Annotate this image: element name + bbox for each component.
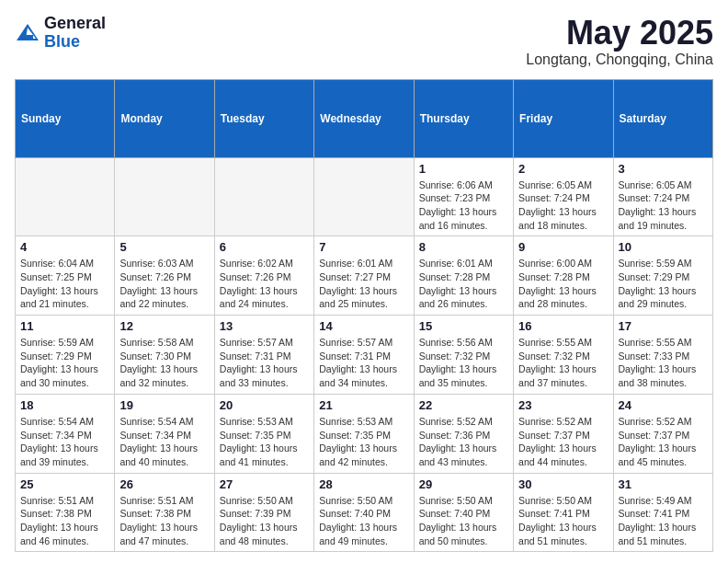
- day-number: 20: [220, 398, 309, 412]
- day-number: 27: [220, 477, 309, 491]
- day-number: 10: [619, 240, 708, 254]
- day-info: Sunrise: 5:50 AMSunset: 7:40 PMDaylight:…: [319, 494, 408, 548]
- day-info: Sunrise: 6:06 AMSunset: 7:23 PMDaylight:…: [419, 178, 508, 233]
- calendar-cell: 30Sunrise: 5:50 AMSunset: 7:41 PMDayligh…: [514, 473, 613, 552]
- logo-blue-text: Blue: [44, 33, 106, 52]
- day-info: Sunrise: 5:50 AMSunset: 7:39 PMDaylight:…: [220, 494, 309, 548]
- day-number: 1: [419, 162, 508, 176]
- calendar-cell: [115, 157, 214, 236]
- title-section: May 2025 Longtang, Chongqing, China: [526, 15, 713, 68]
- day-number: 7: [319, 240, 408, 254]
- day-number: 24: [619, 398, 708, 412]
- calendar-cell: 31Sunrise: 5:49 AMSunset: 7:41 PMDayligh…: [613, 473, 712, 552]
- calendar-week-4: 18Sunrise: 5:54 AMSunset: 7:34 PMDayligh…: [16, 394, 713, 473]
- calendar-cell: 2Sunrise: 6:05 AMSunset: 7:24 PMDaylight…: [514, 157, 613, 236]
- page-header: General Blue May 2025 Longtang, Chongqin…: [15, 15, 713, 68]
- day-info: Sunrise: 6:04 AMSunset: 7:25 PMDaylight:…: [20, 257, 109, 311]
- weekday-header-monday: Monday: [115, 79, 214, 157]
- calendar-cell: 19Sunrise: 5:54 AMSunset: 7:34 PMDayligh…: [115, 394, 214, 473]
- day-number: 9: [518, 240, 608, 254]
- day-number: 18: [20, 398, 109, 412]
- day-number: 30: [518, 477, 608, 491]
- day-info: Sunrise: 5:59 AMSunset: 7:29 PMDaylight:…: [619, 257, 708, 311]
- weekday-header-saturday: Saturday: [613, 79, 712, 157]
- calendar-cell: 25Sunrise: 5:51 AMSunset: 7:38 PMDayligh…: [16, 473, 115, 552]
- logo: General Blue: [15, 15, 106, 52]
- day-info: Sunrise: 5:53 AMSunset: 7:35 PMDaylight:…: [220, 415, 309, 469]
- day-number: 5: [119, 240, 209, 254]
- day-number: 17: [619, 319, 708, 333]
- calendar-cell: 24Sunrise: 5:52 AMSunset: 7:37 PMDayligh…: [613, 394, 712, 473]
- day-info: Sunrise: 6:00 AMSunset: 7:28 PMDaylight:…: [518, 257, 608, 311]
- calendar-cell: 29Sunrise: 5:50 AMSunset: 7:40 PMDayligh…: [414, 473, 513, 552]
- day-info: Sunrise: 5:57 AMSunset: 7:31 PMDaylight:…: [220, 336, 309, 390]
- day-info: Sunrise: 6:01 AMSunset: 7:28 PMDaylight:…: [419, 257, 508, 311]
- calendar-cell: 27Sunrise: 5:50 AMSunset: 7:39 PMDayligh…: [214, 473, 313, 552]
- calendar-cell: 4Sunrise: 6:04 AMSunset: 7:25 PMDaylight…: [16, 236, 115, 316]
- day-number: 22: [419, 398, 508, 412]
- day-number: 2: [518, 162, 608, 176]
- calendar-cell: 10Sunrise: 5:59 AMSunset: 7:29 PMDayligh…: [613, 236, 712, 316]
- day-number: 4: [20, 240, 109, 254]
- day-info: Sunrise: 5:51 AMSunset: 7:38 PMDaylight:…: [119, 494, 209, 548]
- weekday-header-sunday: Sunday: [16, 79, 115, 157]
- day-number: 12: [119, 319, 209, 333]
- calendar-cell: 12Sunrise: 5:58 AMSunset: 7:30 PMDayligh…: [115, 316, 214, 395]
- logo-general-text: General: [44, 15, 106, 33]
- day-info: Sunrise: 5:55 AMSunset: 7:33 PMDaylight:…: [619, 336, 708, 390]
- day-number: 6: [220, 240, 309, 254]
- day-info: Sunrise: 5:55 AMSunset: 7:32 PMDaylight:…: [518, 336, 608, 390]
- location: Longtang, Chongqing, China: [526, 52, 713, 68]
- calendar-cell: 26Sunrise: 5:51 AMSunset: 7:38 PMDayligh…: [115, 473, 214, 552]
- day-info: Sunrise: 5:52 AMSunset: 7:37 PMDaylight:…: [619, 415, 708, 469]
- day-info: Sunrise: 5:58 AMSunset: 7:30 PMDaylight:…: [119, 336, 209, 390]
- day-number: 28: [319, 477, 408, 491]
- weekday-header-wednesday: Wednesday: [314, 79, 414, 157]
- calendar-cell: 13Sunrise: 5:57 AMSunset: 7:31 PMDayligh…: [214, 316, 313, 395]
- day-info: Sunrise: 5:54 AMSunset: 7:34 PMDaylight:…: [20, 415, 109, 469]
- calendar-cell: [314, 157, 414, 236]
- day-info: Sunrise: 5:56 AMSunset: 7:32 PMDaylight:…: [419, 336, 508, 390]
- day-number: 25: [20, 477, 109, 491]
- day-number: 16: [518, 319, 608, 333]
- day-info: Sunrise: 6:05 AMSunset: 7:24 PMDaylight:…: [518, 178, 608, 233]
- day-info: Sunrise: 5:53 AMSunset: 7:35 PMDaylight:…: [319, 415, 408, 469]
- day-info: Sunrise: 5:59 AMSunset: 7:29 PMDaylight:…: [20, 336, 109, 390]
- svg-rect-3: [22, 35, 33, 39]
- calendar-week-1: 1Sunrise: 6:06 AMSunset: 7:23 PMDaylight…: [16, 157, 713, 236]
- calendar-cell: 17Sunrise: 5:55 AMSunset: 7:33 PMDayligh…: [613, 316, 712, 395]
- weekday-header-row: SundayMondayTuesdayWednesdayThursdayFrid…: [16, 79, 713, 157]
- day-number: 15: [419, 319, 508, 333]
- day-number: 21: [319, 398, 408, 412]
- calendar-cell: 22Sunrise: 5:52 AMSunset: 7:36 PMDayligh…: [414, 394, 513, 473]
- day-info: Sunrise: 5:50 AMSunset: 7:40 PMDaylight:…: [419, 494, 508, 548]
- calendar-cell: [214, 157, 313, 236]
- day-info: Sunrise: 6:02 AMSunset: 7:26 PMDaylight:…: [220, 257, 309, 311]
- calendar-week-5: 25Sunrise: 5:51 AMSunset: 7:38 PMDayligh…: [16, 473, 713, 552]
- weekday-header-friday: Friday: [514, 79, 613, 157]
- day-number: 3: [619, 162, 708, 176]
- calendar-cell: 15Sunrise: 5:56 AMSunset: 7:32 PMDayligh…: [414, 316, 513, 395]
- day-number: 13: [220, 319, 309, 333]
- day-number: 11: [20, 319, 109, 333]
- day-number: 31: [619, 477, 708, 491]
- day-info: Sunrise: 6:01 AMSunset: 7:27 PMDaylight:…: [319, 257, 408, 311]
- logo-text: General Blue: [44, 15, 106, 52]
- calendar-cell: 3Sunrise: 6:05 AMSunset: 7:24 PMDaylight…: [613, 157, 712, 236]
- calendar-cell: 28Sunrise: 5:50 AMSunset: 7:40 PMDayligh…: [314, 473, 414, 552]
- calendar-week-3: 11Sunrise: 5:59 AMSunset: 7:29 PMDayligh…: [16, 316, 713, 395]
- day-info: Sunrise: 5:51 AMSunset: 7:38 PMDaylight:…: [20, 494, 109, 548]
- calendar-cell: 11Sunrise: 5:59 AMSunset: 7:29 PMDayligh…: [16, 316, 115, 395]
- calendar-cell: 7Sunrise: 6:01 AMSunset: 7:27 PMDaylight…: [314, 236, 414, 316]
- calendar-cell: 23Sunrise: 5:52 AMSunset: 7:37 PMDayligh…: [514, 394, 613, 473]
- calendar-cell: 16Sunrise: 5:55 AMSunset: 7:32 PMDayligh…: [514, 316, 613, 395]
- day-number: 23: [518, 398, 608, 412]
- calendar-cell: [16, 157, 115, 236]
- calendar-week-2: 4Sunrise: 6:04 AMSunset: 7:25 PMDaylight…: [16, 236, 713, 316]
- day-info: Sunrise: 5:50 AMSunset: 7:41 PMDaylight:…: [518, 494, 608, 548]
- day-number: 26: [119, 477, 209, 491]
- calendar-cell: 8Sunrise: 6:01 AMSunset: 7:28 PMDaylight…: [414, 236, 513, 316]
- month-title: May 2025: [526, 15, 713, 52]
- calendar-cell: 5Sunrise: 6:03 AMSunset: 7:26 PMDaylight…: [115, 236, 214, 316]
- calendar-cell: 21Sunrise: 5:53 AMSunset: 7:35 PMDayligh…: [314, 394, 414, 473]
